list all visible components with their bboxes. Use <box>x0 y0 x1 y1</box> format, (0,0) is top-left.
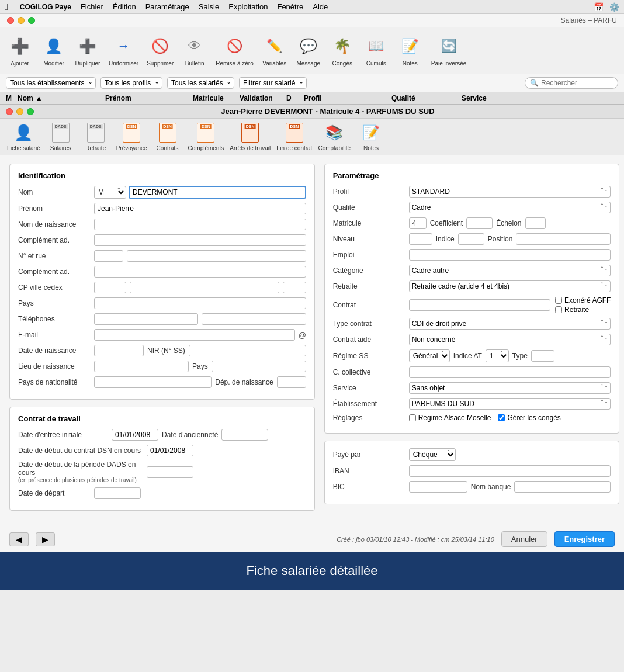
menu-fichier[interactable]: Fichier <box>81 2 103 11</box>
tab-salaires[interactable]: DADS Salaires <box>46 122 75 151</box>
filtrer-select[interactable]: Filtrer sur salarié <box>239 77 307 89</box>
enregistrer-button[interactable]: Enregistrer <box>554 531 615 547</box>
ajouter-button[interactable]: ➕ Ajouter <box>7 34 33 67</box>
annuler-button[interactable]: Annuler <box>501 531 547 547</box>
tab-prevoyance[interactable]: DSN Prévoyance <box>116 122 147 151</box>
coefficient-input[interactable] <box>466 217 493 229</box>
message-button[interactable]: 💬 Message <box>296 34 321 67</box>
paie-button[interactable]: 🔄 Paie inversée <box>431 34 467 67</box>
minimize-button[interactable] <box>18 17 25 24</box>
apple-menu[interactable]:  <box>5 2 8 12</box>
tab-comptabilite[interactable]: 📚 Comptabilité <box>318 122 351 151</box>
conges-button[interactable]: 🌴 Congés <box>330 34 355 67</box>
retraite-select[interactable]: Retraite cadre (article 4 et 4bis) <box>409 280 611 292</box>
regime-ss-select[interactable]: Général <box>409 349 450 362</box>
nom-banque-input[interactable] <box>514 481 611 493</box>
tab-arrets[interactable]: DSN Arrêts de travail <box>230 122 271 151</box>
pays-naissance-input[interactable] <box>212 361 306 372</box>
emp-close-button[interactable] <box>6 108 13 115</box>
uniformiser-button[interactable]: → Uniformiser <box>109 34 138 67</box>
date-debut-dads-input[interactable] <box>147 466 193 478</box>
app-name[interactable]: COGILOG Paye <box>20 3 71 11</box>
salutation-select[interactable]: M <box>94 186 126 199</box>
tab-notes[interactable]: 📝 Notes <box>356 122 386 151</box>
nom-input[interactable] <box>129 186 306 199</box>
profils-select[interactable]: Tous les profils <box>100 77 162 89</box>
service-select[interactable]: Sans objet <box>409 382 611 394</box>
emploi-input[interactable] <box>409 249 611 261</box>
menu-exploitation[interactable]: Exploitation <box>228 2 268 11</box>
tab-fiche-salarie[interactable]: 👤 Fiche salarié <box>7 122 40 151</box>
pays-nationalite-input[interactable] <box>94 376 212 388</box>
exonere-agff-checkbox[interactable] <box>555 297 562 304</box>
tab-contrats[interactable]: DSN Contrats <box>153 122 182 151</box>
type-contrat-select[interactable]: CDI de droit privé <box>409 318 611 330</box>
nom-naissance-input[interactable] <box>94 219 306 230</box>
supprimer-button[interactable]: 🚫 Supprimer <box>147 34 174 67</box>
cedex-input[interactable] <box>283 282 306 293</box>
menu-saisie[interactable]: Saisie <box>199 2 219 11</box>
gerer-conges-checkbox[interactable] <box>498 414 505 421</box>
pays-input[interactable] <box>94 297 306 309</box>
categorie-select[interactable]: Cadre autre <box>409 265 611 276</box>
bic-input[interactable] <box>409 481 467 493</box>
date-depart-input[interactable] <box>94 487 141 499</box>
etablissement-param-select[interactable]: PARFUMS DU SUD <box>409 398 611 410</box>
menu-fenetre[interactable]: Fenêtre <box>277 2 303 11</box>
tab-retraite[interactable]: DADS Retraite <box>81 122 110 151</box>
paye-par-select[interactable]: Chèque <box>409 448 456 461</box>
indice-at-select[interactable]: 1 <box>486 349 509 362</box>
contrat-aide-select[interactable]: Non concerné <box>409 334 611 345</box>
niveau-input[interactable] <box>409 233 432 245</box>
bulletin-button[interactable]: 👁 Bulletin <box>182 34 207 67</box>
complement-ad2-input[interactable] <box>94 266 306 278</box>
next-button[interactable]: ▶ <box>36 532 55 546</box>
contrat-input[interactable] <box>409 299 550 311</box>
cp-input[interactable] <box>94 282 126 293</box>
tel2-input[interactable] <box>202 313 306 325</box>
close-button[interactable] <box>7 17 14 24</box>
iban-input[interactable] <box>409 465 611 477</box>
date-debut-dsn-input[interactable] <box>147 445 193 456</box>
date-naissance-input[interactable] <box>94 345 144 356</box>
indice-input[interactable] <box>458 233 484 245</box>
settings-icon[interactable]: ⚙️ <box>609 2 619 12</box>
position-input[interactable] <box>516 233 611 245</box>
c-collective-input[interactable] <box>409 366 611 378</box>
variables-button[interactable]: ✏️ Variables <box>262 34 287 67</box>
rue-input[interactable] <box>127 250 306 262</box>
notes-button[interactable]: 📝 Notes <box>397 34 423 67</box>
remise-button[interactable]: 🚫 Remise à zéro <box>216 34 253 67</box>
calendar-icon[interactable]: 📅 <box>594 2 604 12</box>
etablissement-select[interactable]: Tous les établissements <box>6 77 96 89</box>
ville-input[interactable] <box>130 282 279 293</box>
tel1-input[interactable] <box>94 313 198 325</box>
emp-minimize-button[interactable] <box>16 108 23 115</box>
n-input[interactable] <box>94 250 123 262</box>
tab-complements[interactable]: DSN Compléments <box>188 122 224 151</box>
date-anciennete-input[interactable] <box>221 429 268 441</box>
email-input[interactable] <box>94 329 295 341</box>
dep-naissance-input[interactable] <box>277 376 306 388</box>
complement-ad1-input[interactable] <box>94 234 306 246</box>
retraite-checkbox[interactable] <box>555 306 562 313</box>
menu-aide[interactable]: Aide <box>313 2 328 11</box>
dupliquer-button[interactable]: ➕ Dupliquer <box>75 34 100 67</box>
fullscreen-button[interactable] <box>28 17 35 24</box>
menu-edition[interactable]: Édition <box>113 2 136 11</box>
profil-select[interactable]: STANDARD <box>409 186 611 198</box>
cumuls-button[interactable]: 📖 Cumuls <box>363 34 389 67</box>
type-regime-input[interactable] <box>531 350 554 362</box>
prev-button[interactable]: ◀ <box>9 532 29 546</box>
echelon-input[interactable] <box>525 217 546 229</box>
emp-fullscreen-button[interactable] <box>27 108 34 115</box>
modifier-button[interactable]: 👤 Modifier <box>41 34 67 67</box>
salaries-select[interactable]: Tous les salariés <box>167 77 234 89</box>
qualite-select[interactable]: Cadre <box>409 202 611 213</box>
regime-alsace-checkbox[interactable] <box>409 414 416 421</box>
tab-fin-contrat[interactable]: DSN Fin de contrat <box>276 122 312 151</box>
search-input[interactable] <box>541 79 611 87</box>
date-entree-input[interactable] <box>112 429 158 441</box>
lieu-naissance-input[interactable] <box>94 361 189 372</box>
nir-input[interactable] <box>189 345 306 356</box>
